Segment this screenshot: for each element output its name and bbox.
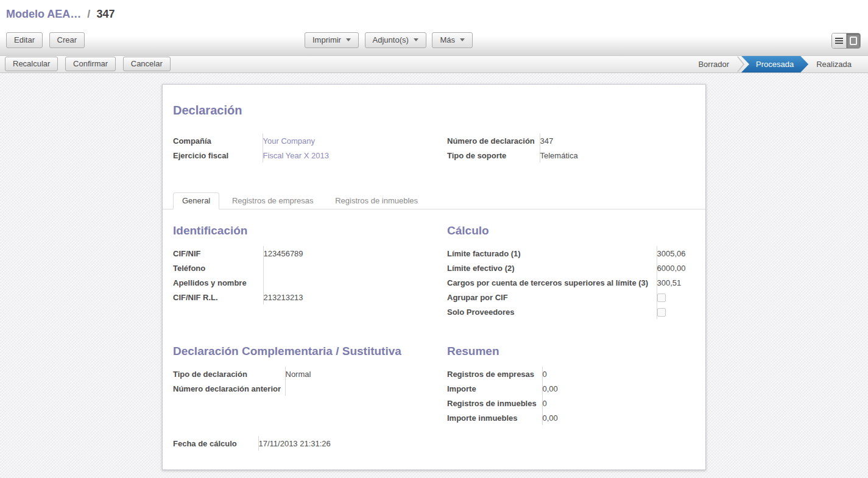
tipo-soporte-label: Tipo de soporte <box>447 148 540 163</box>
document-buttons: Imprimir Adjunto(s) Más <box>305 32 476 48</box>
compania-label: Compañía <box>173 133 263 148</box>
breadcrumb: Modelo AEA… / 347 <box>0 0 868 21</box>
tipo-soporte-value: Telemática <box>540 151 578 160</box>
cif-nif-rl-label: CIF/NIF R.L. <box>173 290 263 304</box>
status-step-borrador: Borrador <box>690 56 737 72</box>
caret-down-icon <box>346 38 351 41</box>
list-view-icon <box>835 38 843 44</box>
field-row-registros-empresas: Registros de empresas 0 <box>447 367 695 381</box>
field-row-compania: Compañía Your Company <box>173 133 436 148</box>
agrupar-por-cif-label: Agrupar por CIF <box>447 290 657 304</box>
limite-efectivo-label: Límite efectivo (2) <box>447 261 657 275</box>
more-dropdown-button[interactable]: Más <box>432 32 473 48</box>
breadcrumb-current: 347 <box>96 8 115 20</box>
section-identificacion: Identificación CIF/NIF 123456789 Teléfon… <box>173 224 436 319</box>
field-row-ejercicio-fiscal: Ejercicio fiscal Fiscal Year X 2013 <box>173 148 436 163</box>
tipo-declaracion-value: Normal <box>286 370 311 379</box>
apellidos-label: Apellidos y nombre <box>173 275 263 290</box>
cif-nif-label: CIF/NIF <box>173 246 263 261</box>
form-sheet: Declaración Compañía Your Company Ejerci… <box>162 84 706 470</box>
cif-nif-value: 123456789 <box>264 249 303 258</box>
record-buttons: Editar Crear <box>6 32 89 48</box>
registros-inmuebles-value: 0 <box>543 399 547 408</box>
importe-label: Importe <box>447 381 542 396</box>
field-row-tipo-declaracion: Tipo de declaración Normal <box>173 367 436 381</box>
numero-declaracion-anterior-label: Número declaración anterior <box>173 381 285 396</box>
list-view-button[interactable] <box>832 33 846 48</box>
form-background: Declaración Compañía Your Company Ejerci… <box>0 73 868 478</box>
tipo-declaracion-label: Tipo de declaración <box>173 367 285 381</box>
agrupar-por-cif-checkbox[interactable] <box>657 293 666 302</box>
registros-inmuebles-label: Registros de inmuebles <box>447 396 542 410</box>
registros-empresas-value: 0 <box>543 370 547 379</box>
field-row-numero-declaracion: Número de declaración 347 <box>447 133 695 148</box>
print-label: Imprimir <box>312 35 341 44</box>
field-row-importe: Importe 0,00 <box>447 381 695 396</box>
limite-facturado-label: Límite facturado (1) <box>447 246 657 261</box>
field-row-limite-facturado: Límite facturado (1) 3005,06 <box>447 246 695 261</box>
compania-value-link[interactable]: Your Company <box>263 136 316 146</box>
field-row-limite-efectivo: Límite efectivo (2) 6000,00 <box>447 261 695 275</box>
workflow-bar: Recalcular Confirmar Cancelar Borrador P… <box>0 55 868 73</box>
field-row-solo-proveedores: Solo Proveedores <box>447 304 695 319</box>
confirm-button[interactable]: Confirmar <box>65 57 116 71</box>
registros-empresas-label: Registros de empresas <box>447 367 542 381</box>
importe-value: 0,00 <box>543 384 558 393</box>
header-right-fields: Número de declaración 347 Tipo de soport… <box>447 133 695 163</box>
solo-proveedores-label: Solo Proveedores <box>447 304 657 319</box>
field-row-numero-declaracion-anterior: Número declaración anterior <box>173 381 436 396</box>
more-label: Más <box>440 35 455 44</box>
section-complementaria: Declaración Complementaria / Sustitutiva… <box>173 345 436 425</box>
status-step-procesada-active: Procesada <box>741 56 808 72</box>
tab-general[interactable]: General <box>173 192 219 209</box>
attachments-label: Adjunto(s) <box>373 35 409 44</box>
field-row-apellidos: Apellidos y nombre <box>173 275 436 290</box>
action-row: Editar Crear Imprimir Adjunto(s) Más <box>0 32 868 49</box>
notebook-tabs: General Registros de empresas Registros … <box>163 192 705 209</box>
numero-declaracion-value: 347 <box>540 136 554 146</box>
numero-declaracion-label: Número de declaración <box>447 133 540 148</box>
identificacion-title: Identificación <box>173 224 436 237</box>
ejercicio-fiscal-label: Ejercicio fiscal <box>173 148 263 163</box>
form-view-icon <box>850 37 857 45</box>
importe-inmuebles-label: Importe inmuebles <box>447 410 542 425</box>
field-row-agrupar-por-cif: Agrupar por CIF <box>447 290 695 304</box>
field-row-telefono: Teléfono <box>173 261 436 275</box>
footer-field-group: Fecha de cálculo 17/11/2013 21:31:26 <box>173 436 436 451</box>
caret-down-icon <box>414 38 418 41</box>
tab-registros-de-empresas[interactable]: Registros de empresas <box>223 192 323 209</box>
statusbar: Borrador Procesada Realizada <box>690 56 859 72</box>
section-calculo: Cálculo Límite facturado (1) 3005,06 Lím… <box>447 224 695 319</box>
complementaria-title: Declaración Complementaria / Sustitutiva <box>173 345 436 358</box>
edit-button[interactable]: Editar <box>6 32 43 48</box>
tab-registros-de-inmuebles[interactable]: Registros de inmuebles <box>326 192 427 209</box>
recalculate-button[interactable]: Recalcular <box>5 57 58 71</box>
create-button[interactable]: Crear <box>49 32 85 48</box>
ejercicio-fiscal-value-link[interactable]: Fiscal Year X 2013 <box>263 151 329 160</box>
limite-efectivo-value: 6000,00 <box>657 264 686 273</box>
status-step-realizada: Realizada <box>808 56 859 72</box>
header-left-fields: Compañía Your Company Ejercicio fiscal F… <box>173 133 436 163</box>
header-field-group: Compañía Your Company Ejercicio fiscal F… <box>173 133 695 163</box>
print-dropdown-button[interactable]: Imprimir <box>305 32 359 48</box>
field-row-tipo-soporte: Tipo de soporte Telemática <box>447 148 695 163</box>
attachments-dropdown-button[interactable]: Adjunto(s) <box>365 32 426 48</box>
breadcrumb-separator: / <box>84 8 93 20</box>
field-row-cif-nif: CIF/NIF 123456789 <box>173 246 436 261</box>
resumen-title: Resumen <box>447 345 695 358</box>
sheet-title: Declaración <box>173 104 695 118</box>
limite-facturado-value: 3005,06 <box>657 249 686 258</box>
top-toolbar: Modelo AEA… / 347 Editar Crear Imprimir … <box>0 0 868 55</box>
breadcrumb-parent-link[interactable]: Modelo AEA… <box>6 8 81 20</box>
field-row-cif-nif-rl: CIF/NIF R.L. 213213213 <box>173 290 436 304</box>
cancel-button[interactable]: Cancelar <box>123 57 171 71</box>
importe-inmuebles-value: 0,00 <box>543 413 558 423</box>
view-switcher <box>831 33 861 49</box>
form-view-button[interactable] <box>846 33 860 48</box>
section-resumen: Resumen Registros de empresas 0 Importe … <box>447 345 695 425</box>
caret-down-icon <box>460 38 465 41</box>
cargos-terceros-label: Cargos por cuenta de terceros superiores… <box>447 275 657 290</box>
solo-proveedores-checkbox[interactable] <box>657 308 666 317</box>
fecha-calculo-value: 17/11/2013 21:31:26 <box>259 439 331 448</box>
section-row-1: Identificación CIF/NIF 123456789 Teléfon… <box>173 224 695 319</box>
